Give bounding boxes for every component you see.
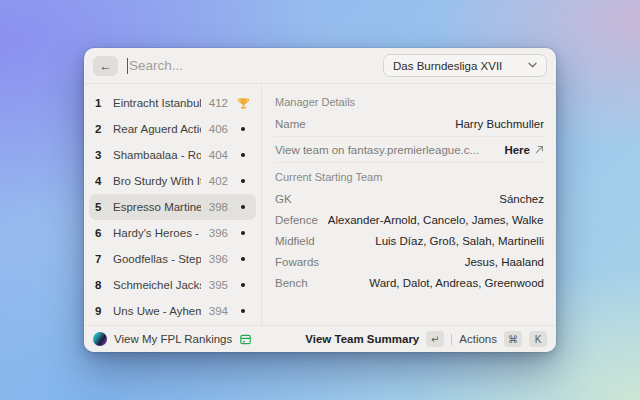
team-name: Bro Sturdy With It - Sco...: [113, 175, 201, 187]
list-item[interactable]: 3 Shambaalaa - Rob Hami... 404: [89, 142, 256, 168]
rank: 1: [95, 97, 105, 109]
header: ← Das Burndesliga XVII: [84, 48, 556, 84]
text-caret: [127, 58, 128, 74]
team-name: Rear Aguerd Action - M...: [113, 123, 201, 135]
dot-icon: [236, 179, 250, 183]
divider: [275, 162, 544, 163]
enter-keycap: ↵: [426, 331, 444, 347]
view-team-row: View team on fantasy.premierleague.c... …: [275, 139, 544, 160]
midfield-label: Midfield: [275, 235, 315, 247]
rank: 4: [95, 175, 105, 187]
forwards-label: Fowards: [275, 256, 319, 268]
bench-label: Bench: [275, 277, 308, 289]
actions-button[interactable]: Actions: [459, 333, 497, 345]
view-team-summary-button[interactable]: View Team Summary: [305, 333, 419, 345]
rankings-list: 1 Eintracht Istanbul - Ole-... 412 2 Rea…: [84, 84, 262, 325]
dot-icon: [236, 205, 250, 209]
manager-details-title: Manager Details: [275, 90, 544, 113]
dot-icon: [236, 153, 250, 157]
points: 395: [209, 279, 228, 291]
body: 1 Eintracht Istanbul - Ole-... 412 2 Rea…: [84, 84, 556, 325]
dot-icon: [236, 231, 250, 235]
points: 394: [209, 305, 228, 317]
divider: [275, 136, 544, 137]
list-item[interactable]: 1 Eintracht Istanbul - Ole-... 412: [89, 90, 256, 116]
forwards-row: Fowards Jesus, Haaland: [275, 251, 544, 272]
trophy-icon: [236, 97, 250, 110]
list-item[interactable]: 6 Hardy's Heroes - Dan H... 396: [89, 220, 256, 246]
rank: 6: [95, 227, 105, 239]
team-name: Eintracht Istanbul - Ole-...: [113, 97, 201, 109]
bench-value: Ward, Dalot, Andreas, Greenwood: [369, 277, 544, 289]
rank: 8: [95, 279, 105, 291]
manager-name-row: Name Harry Buchmuller: [275, 113, 544, 134]
rank: 5: [95, 201, 105, 213]
here-link[interactable]: Here: [504, 144, 530, 156]
search-input[interactable]: [129, 58, 374, 73]
points: 406: [209, 123, 228, 135]
details-panel: Manager Details Name Harry Buchmuller Vi…: [262, 84, 556, 325]
points: 396: [209, 227, 228, 239]
team-name: Goodfellas - Stephen Fi...: [113, 253, 201, 265]
list-item[interactable]: 2 Rear Aguerd Action - M... 406: [89, 116, 256, 142]
midfield-row: Midfield Luis Díaz, Groß, Salah, Martine…: [275, 230, 544, 251]
points: 402: [209, 175, 228, 187]
card-icon: [239, 333, 252, 346]
team-name: Espresso Martinelli - Ha...: [113, 201, 201, 213]
bench-row: Bench Ward, Dalot, Andreas, Greenwood: [275, 272, 544, 293]
midfield-value: Luis Díaz, Groß, Salah, Martinelli: [375, 235, 544, 247]
dot-icon: [236, 283, 250, 287]
team-name: Shambaalaa - Rob Hami...: [113, 149, 201, 161]
arrow-left-icon: ←: [100, 59, 112, 73]
list-item[interactable]: 7 Goodfellas - Stephen Fi... 396: [89, 246, 256, 272]
rank: 2: [95, 123, 105, 135]
defence-label: Defence: [275, 214, 318, 226]
league-dropdown[interactable]: Das Burndesliga XVII: [383, 54, 547, 77]
list-item[interactable]: 4 Bro Sturdy With It - Sco... 402: [89, 168, 256, 194]
search-wrap: [127, 58, 374, 74]
team-name: Hardy's Heroes - Dan H...: [113, 227, 201, 239]
name-label: Name: [275, 118, 306, 130]
dot-icon: [236, 127, 250, 131]
rank: 9: [95, 305, 105, 317]
chevron-down-icon: [528, 61, 537, 70]
defence-value: Alexander-Arnold, Cancelo, James, Walker: [328, 214, 544, 226]
league-dropdown-value: Das Burndesliga XVII: [393, 60, 502, 72]
action-bar: View My FPL Rankings View Team Summary ↵…: [84, 325, 556, 352]
points: 398: [209, 201, 228, 213]
defence-row: Defence Alexander-Arnold, Cancelo, James…: [275, 209, 544, 230]
points: 396: [209, 253, 228, 265]
back-button[interactable]: ←: [93, 56, 118, 76]
name-value: Harry Buchmuller: [455, 118, 544, 130]
command-title: View My FPL Rankings: [114, 333, 232, 345]
list-item[interactable]: 9 Uns Uwe - Ayhem Saleh 394: [89, 298, 256, 324]
k-keycap: K: [529, 331, 547, 347]
external-link-icon: [535, 144, 544, 156]
team-name: Uns Uwe - Ayhem Saleh: [113, 305, 201, 317]
dot-icon: [236, 257, 250, 261]
gk-row: GK Sánchez: [275, 188, 544, 209]
forwards-value: Jesus, Haaland: [465, 256, 544, 268]
rank: 3: [95, 149, 105, 161]
gk-value: Sánchez: [499, 193, 544, 205]
team-name: Schmeichel Jackson - T...: [113, 279, 201, 291]
cmd-keycap: ⌘: [504, 331, 522, 347]
dot-icon: [236, 309, 250, 313]
list-item[interactable]: 8 Schmeichel Jackson - T... 395: [89, 272, 256, 298]
view-team-label: View team on fantasy.premierleague.c...: [275, 144, 479, 156]
gk-label: GK: [275, 193, 292, 205]
starting-team-title: Current Starting Team: [275, 165, 544, 188]
points: 412: [209, 97, 228, 109]
points: 404: [209, 149, 228, 161]
list-item-selected[interactable]: 5 Espresso Martinelli - Ha... 398: [89, 194, 256, 220]
launcher-window: ← Das Burndesliga XVII 1 Eintracht Istan…: [84, 48, 556, 352]
divider: [451, 334, 452, 345]
fpl-app-icon: [93, 332, 107, 346]
rank: 7: [95, 253, 105, 265]
